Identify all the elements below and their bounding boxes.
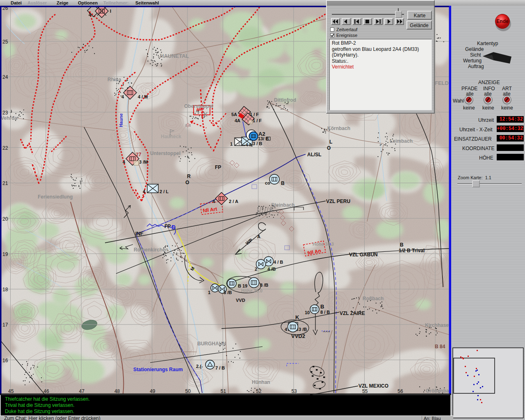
svg-text:I: I <box>110 9 111 14</box>
svg-text:50: 50 <box>185 388 191 394</box>
svg-text:Kirchhase: Kirchhase <box>425 322 449 328</box>
svg-text:23: 23 <box>2 110 8 116</box>
svg-text:B 19: B 19 <box>238 283 247 288</box>
svg-text:4: 4 <box>121 94 124 99</box>
svg-text:4: 4 <box>143 189 146 194</box>
svg-text:Leimbach: Leimbach <box>390 138 413 144</box>
svg-text:O: O <box>327 145 331 151</box>
svg-text:O: O <box>185 180 189 185</box>
svg-text:Rothenkirchen: Rothenkirchen <box>134 247 168 253</box>
svg-text:B: B <box>320 304 324 310</box>
svg-text:2.(-: 2.(- <box>196 364 203 369</box>
svg-text:5A: 5A <box>231 112 237 117</box>
svg-text:8 / B: 8 / B <box>320 310 330 315</box>
svg-text:7 / B: 7 / B <box>215 365 225 370</box>
svg-text:51: 51 <box>221 388 226 394</box>
svg-text:21: 21 <box>2 180 8 186</box>
svg-text:VZL GABUN: VZL GABUN <box>349 252 378 258</box>
svg-text:FELD: FELD <box>435 80 449 86</box>
svg-text:Vehrda: Vehrda <box>1 115 17 121</box>
svg-text:Unterstoppel: Unterstoppel <box>150 151 180 156</box>
svg-text:8 /B: 8 /B <box>224 290 232 295</box>
svg-text:10: 10 <box>305 310 310 315</box>
svg-text:BURGHAUN: BURGHAUN <box>197 341 226 347</box>
svg-text:VVD2: VVD2 <box>291 333 305 339</box>
svg-text:B: B <box>400 242 404 248</box>
svg-text:16: 16 <box>2 358 8 363</box>
svg-text:Rhina: Rhina <box>107 77 121 82</box>
svg-text:55: 55 <box>362 388 368 394</box>
svg-text:49: 49 <box>150 388 155 394</box>
svg-text:13/ B: 13/ B <box>258 136 269 141</box>
svg-text:45: 45 <box>8 388 14 394</box>
svg-text:4: 4 <box>285 327 288 332</box>
svg-text:Dittlofrod: Dittlofrod <box>274 97 296 103</box>
svg-text:2 / L: 2 / L <box>160 189 169 194</box>
svg-text:52: 52 <box>256 388 262 394</box>
svg-text:22: 22 <box>2 145 8 151</box>
svg-text:4: 4 <box>123 160 126 164</box>
svg-text:R: R <box>187 173 191 179</box>
svg-text:FP: FP <box>164 224 171 229</box>
svg-text:Größenba: Größenba <box>426 388 449 394</box>
svg-text:4 / M: 4 / M <box>138 94 148 99</box>
svg-text:1 / F: 1 / F <box>253 118 262 123</box>
svg-text:Feriensiedlung: Feriensiedlung <box>38 194 73 200</box>
svg-text:Ende: Ende <box>496 18 509 24</box>
svg-text:19: 19 <box>2 251 8 257</box>
svg-text:1: 1 <box>208 290 210 295</box>
svg-text:co: co <box>265 180 270 185</box>
svg-text:56: 56 <box>397 388 403 394</box>
svg-text:A: A <box>257 234 260 239</box>
svg-text:2 / A: 2 / A <box>229 199 238 204</box>
svg-text:4 /L: 4 /L <box>246 143 253 147</box>
svg-text:20: 20 <box>2 216 8 222</box>
svg-text:VZL MEXICO: VZL MEXICO <box>358 383 388 389</box>
svg-text:24: 24 <box>2 74 8 80</box>
svg-text:17: 17 <box>2 322 8 328</box>
svg-text:Oberstoppel: Oberstoppel <box>184 103 213 109</box>
svg-text:B: B <box>281 180 285 186</box>
svg-text:4 /B: 4 /B <box>267 267 276 272</box>
svg-text:48: 48 <box>114 388 120 394</box>
svg-text:4: 4 <box>212 199 215 204</box>
svg-text:L: L <box>329 139 332 145</box>
svg-text:18: 18 <box>2 287 8 292</box>
svg-text:INF: INF <box>135 231 143 237</box>
svg-text:1/2 B Trival: 1/2 B Trival <box>399 248 425 253</box>
svg-text:VVD: VVD <box>236 298 245 303</box>
svg-text:AL/SL: AL/SL <box>307 152 322 158</box>
svg-text:53: 53 <box>291 388 297 394</box>
svg-text:HAUNETAL: HAUNETAL <box>160 53 189 59</box>
svg-text:1: 1 <box>230 142 233 146</box>
svg-text:4: 4 <box>238 141 241 146</box>
svg-text:Stationierungs Raum: Stationierungs Raum <box>133 367 183 372</box>
svg-text:47: 47 <box>79 388 85 394</box>
svg-text:Höhe 35.0: Höhe 35.0 <box>241 288 262 293</box>
svg-text:Körnbach: Körnbach <box>327 126 350 131</box>
svg-text:FP: FP <box>215 164 221 170</box>
svg-text:D: D <box>171 224 176 231</box>
svg-text:Hünhan: Hünhan <box>252 379 270 385</box>
svg-text:Höhe 38.3: Höhe 38.3 <box>313 242 334 247</box>
svg-text:2: 2 <box>255 267 257 272</box>
svg-text:3 / B: 3 / B <box>253 141 262 146</box>
svg-text:4 / B: 4 / B <box>274 260 283 265</box>
svg-text:4A: 4A <box>235 118 240 123</box>
svg-text:27: 27 <box>136 152 142 158</box>
svg-text:VZL PERU: VZL PERU <box>326 199 350 204</box>
svg-text:B 84: B 84 <box>435 344 445 349</box>
svg-text:46: 46 <box>43 388 49 394</box>
svg-text:8 /B: 8 /B <box>260 283 268 288</box>
svg-text:Steinbach: Steinbach <box>271 202 294 208</box>
svg-text:VZL ZAIRE: VZL ZAIRE <box>340 310 365 316</box>
svg-text:1 / F: 1 / F <box>250 112 259 117</box>
svg-text:4: 4 <box>89 12 91 17</box>
svg-text:Haune: Haune <box>119 113 123 127</box>
svg-text:3 /B: 3 /B <box>299 327 307 332</box>
svg-text:Roßbach: Roßbach <box>363 296 383 301</box>
svg-text:3 /M: 3 /M <box>139 160 148 164</box>
svg-text:K: K <box>295 314 299 320</box>
svg-text:25: 25 <box>2 39 8 45</box>
svg-text:Hauneck: Hauneck <box>161 134 181 139</box>
